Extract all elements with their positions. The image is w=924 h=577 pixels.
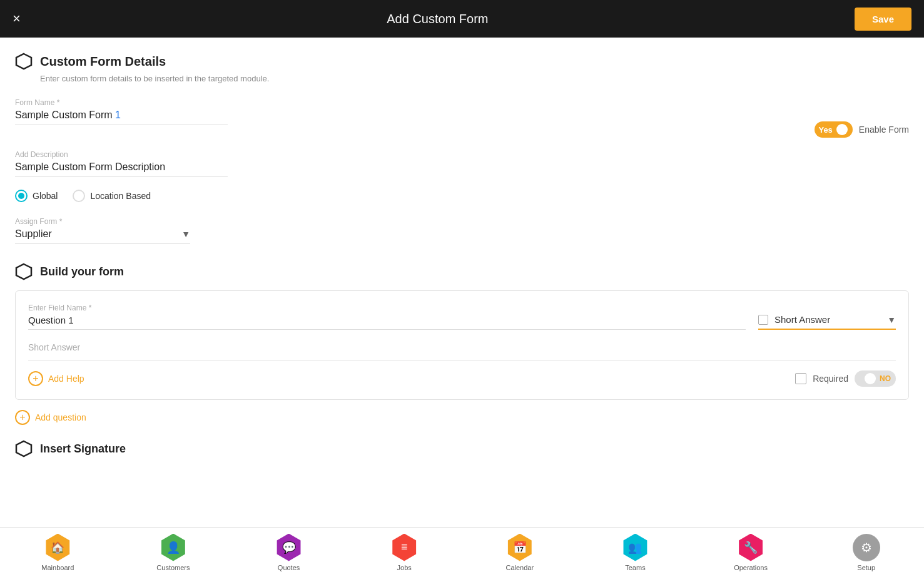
- toggle-no-circle: [865, 373, 876, 384]
- form-name-label: Form Name *: [15, 98, 228, 107]
- add-help-icon: +: [28, 371, 43, 386]
- nav-teams-label: Teams: [625, 564, 645, 571]
- field-type-select[interactable]: Short Answer ▼: [758, 314, 896, 330]
- nav-quotes-label: Quotes: [278, 564, 300, 571]
- svg-marker-2: [16, 441, 31, 456]
- enable-label: Enable Form: [859, 125, 909, 135]
- card-bottom: + Add Help Required NO: [28, 370, 896, 387]
- bottom-nav: 🏠 Mainboard 👤 Customers 💬 Quotes ≡ Jobs …: [0, 527, 924, 577]
- type-arrow-icon: ▼: [887, 315, 896, 325]
- field-name-input[interactable]: [28, 315, 746, 330]
- close-button[interactable]: ×: [13, 11, 21, 27]
- enable-form-row: Yes Enable Form: [815, 121, 909, 138]
- nav-mainboard-label: Mainboard: [41, 564, 74, 571]
- save-button[interactable]: Save: [855, 8, 911, 31]
- question-card: Enter Field Name * Short Answer ▼ Short …: [15, 290, 909, 400]
- radio-location-label: Location Based: [90, 191, 151, 201]
- nav-calendar-label: Calendar: [505, 564, 534, 571]
- toggle-circle: [836, 124, 848, 135]
- nav-operations-label: Operations: [734, 564, 768, 571]
- nav-jobs-icon: ≡: [390, 534, 418, 561]
- add-help-button[interactable]: + Add Help: [28, 371, 84, 386]
- app-header: × Add Custom Form Save: [0, 0, 924, 38]
- toggle-yes-label: Yes: [818, 125, 832, 135]
- add-question-icon: +: [15, 410, 30, 425]
- nav-mainboard-icon: 🏠: [44, 534, 71, 561]
- assign-select[interactable]: Supplier ▼: [15, 228, 190, 244]
- nav-quotes[interactable]: 💬 Quotes: [231, 534, 347, 571]
- section-title: Custom Form Details: [40, 54, 166, 69]
- form-name-number: 1: [115, 110, 121, 120]
- assign-label: Assign Form *: [15, 217, 909, 226]
- nav-setup-icon: ⚙: [853, 534, 880, 561]
- nav-customers-label: Customers: [156, 564, 190, 571]
- add-question-button[interactable]: + Add question: [15, 410, 86, 425]
- radio-location[interactable]: Location Based: [73, 190, 151, 202]
- build-title: Build your form: [40, 265, 124, 278]
- radio-global-inner: [18, 193, 24, 199]
- nav-customers[interactable]: 👤 Customers: [116, 534, 231, 571]
- insert-sig-title: Insert Signature: [40, 442, 126, 456]
- short-answer-placeholder: Short Answer: [28, 342, 80, 352]
- nav-customers-icon: 👤: [160, 534, 187, 561]
- assign-arrow-icon: ▼: [181, 229, 190, 239]
- field-name-label: Enter Field Name *: [28, 304, 746, 312]
- add-question-label: Add question: [35, 412, 86, 422]
- nav-quotes-icon: 💬: [275, 534, 303, 561]
- nav-teams[interactable]: 👥 Teams: [577, 534, 693, 571]
- scope-radio-group: Global Location Based: [15, 190, 909, 202]
- description-group: Add Description Sample Custom Form Descr…: [15, 150, 909, 177]
- sig-icon: [15, 440, 33, 457]
- section-icon: [15, 53, 33, 70]
- nav-operations[interactable]: 🔧 Operations: [693, 534, 809, 571]
- insert-signature-section: Insert Signature: [15, 440, 909, 457]
- section-subtitle: Enter custom form details to be inserted…: [40, 74, 909, 83]
- description-value: Sample Custom Form Description: [15, 161, 228, 177]
- field-name-group: Enter Field Name *: [28, 304, 746, 330]
- field-type-group: Short Answer ▼: [758, 314, 896, 330]
- build-header: Build your form: [15, 263, 909, 280]
- nav-jobs-label: Jobs: [397, 564, 412, 571]
- assign-form-group: Assign Form * Supplier ▼: [15, 217, 909, 244]
- form-name-text: Sample Custom Form: [15, 110, 113, 120]
- nav-jobs[interactable]: ≡ Jobs: [347, 534, 462, 571]
- svg-marker-0: [16, 54, 31, 69]
- description-label: Add Description: [15, 150, 909, 159]
- section-header: Custom Form Details: [15, 53, 909, 70]
- nav-teams-icon: 👥: [621, 534, 649, 561]
- radio-location-outer: [73, 190, 85, 202]
- page-title: Add Custom Form: [21, 12, 855, 26]
- nav-mainboard[interactable]: 🏠 Mainboard: [0, 534, 116, 571]
- short-answer-area: Short Answer: [28, 342, 896, 360]
- nav-calendar[interactable]: 📅 Calendar: [462, 534, 578, 571]
- required-checkbox[interactable]: [795, 373, 806, 384]
- form-name-display: Sample Custom Form 1: [15, 110, 228, 125]
- assign-value: Supplier: [15, 228, 52, 240]
- required-toggle[interactable]: NO: [855, 370, 896, 387]
- required-row: Required NO: [795, 370, 896, 387]
- nav-setup-label: Setup: [857, 564, 875, 571]
- radio-global-label: Global: [33, 191, 58, 201]
- field-type-label: Short Answer: [774, 314, 881, 325]
- radio-global-outer: [15, 190, 28, 202]
- nav-calendar-icon: 📅: [506, 534, 534, 561]
- required-label: Required: [813, 374, 848, 384]
- form-name-group: Form Name * Sample Custom Form 1: [15, 98, 228, 125]
- build-icon: [15, 263, 33, 280]
- build-section: Build your form Enter Field Name * Short…: [15, 263, 909, 457]
- form-name-row: Form Name * Sample Custom Form 1 Yes Ena…: [15, 98, 909, 138]
- toggle-no-label: NO: [880, 374, 891, 383]
- main-content: Custom Form Details Enter custom form de…: [0, 38, 924, 527]
- svg-marker-1: [16, 264, 31, 279]
- card-top: Enter Field Name * Short Answer ▼: [28, 304, 896, 330]
- type-checkbox-icon: [758, 315, 768, 325]
- radio-global[interactable]: Global: [15, 190, 58, 202]
- add-help-label: Add Help: [48, 374, 84, 384]
- enable-toggle[interactable]: Yes: [815, 121, 852, 138]
- nav-setup[interactable]: ⚙ Setup: [808, 534, 924, 571]
- nav-operations-icon: 🔧: [737, 534, 764, 561]
